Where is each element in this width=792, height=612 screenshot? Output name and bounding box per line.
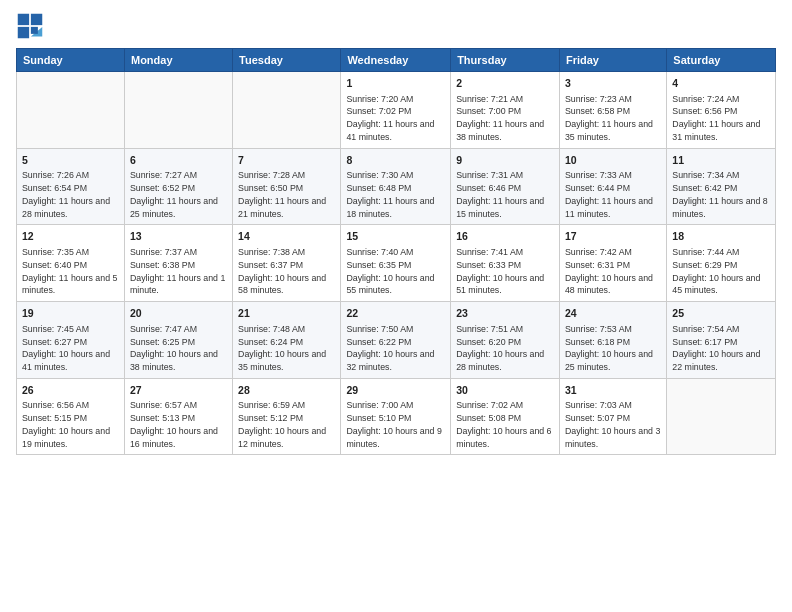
day-info: Sunrise: 6:57 AMSunset: 5:13 PMDaylight:…	[130, 399, 227, 450]
day-info: Sunrise: 7:53 AMSunset: 6:18 PMDaylight:…	[565, 323, 661, 374]
day-number: 29	[346, 383, 445, 398]
day-number: 22	[346, 306, 445, 321]
weekday-thursday: Thursday	[451, 49, 560, 72]
day-cell: 20Sunrise: 7:47 AMSunset: 6:25 PMDayligh…	[124, 302, 232, 379]
day-info: Sunrise: 7:02 AMSunset: 5:08 PMDaylight:…	[456, 399, 554, 450]
day-cell: 28Sunrise: 6:59 AMSunset: 5:12 PMDayligh…	[233, 378, 341, 455]
day-cell: 7Sunrise: 7:28 AMSunset: 6:50 PMDaylight…	[233, 148, 341, 225]
day-info: Sunrise: 7:50 AMSunset: 6:22 PMDaylight:…	[346, 323, 445, 374]
day-number: 2	[456, 76, 554, 91]
day-cell	[124, 72, 232, 149]
day-number: 9	[456, 153, 554, 168]
day-number: 21	[238, 306, 335, 321]
day-number: 6	[130, 153, 227, 168]
day-info: Sunrise: 7:44 AMSunset: 6:29 PMDaylight:…	[672, 246, 770, 297]
day-number: 8	[346, 153, 445, 168]
svg-rect-5	[31, 27, 38, 34]
day-info: Sunrise: 7:48 AMSunset: 6:24 PMDaylight:…	[238, 323, 335, 374]
day-cell: 15Sunrise: 7:40 AMSunset: 6:35 PMDayligh…	[341, 225, 451, 302]
day-info: Sunrise: 7:31 AMSunset: 6:46 PMDaylight:…	[456, 169, 554, 220]
weekday-wednesday: Wednesday	[341, 49, 451, 72]
day-info: Sunrise: 6:59 AMSunset: 5:12 PMDaylight:…	[238, 399, 335, 450]
day-info: Sunrise: 7:33 AMSunset: 6:44 PMDaylight:…	[565, 169, 661, 220]
day-info: Sunrise: 7:45 AMSunset: 6:27 PMDaylight:…	[22, 323, 119, 374]
day-info: Sunrise: 7:35 AMSunset: 6:40 PMDaylight:…	[22, 246, 119, 297]
day-cell: 30Sunrise: 7:02 AMSunset: 5:08 PMDayligh…	[451, 378, 560, 455]
day-cell: 4Sunrise: 7:24 AMSunset: 6:56 PMDaylight…	[667, 72, 776, 149]
day-info: Sunrise: 7:21 AMSunset: 7:00 PMDaylight:…	[456, 93, 554, 144]
day-cell	[667, 378, 776, 455]
day-cell: 9Sunrise: 7:31 AMSunset: 6:46 PMDaylight…	[451, 148, 560, 225]
day-cell: 19Sunrise: 7:45 AMSunset: 6:27 PMDayligh…	[17, 302, 125, 379]
day-number: 7	[238, 153, 335, 168]
calendar-body: 1Sunrise: 7:20 AMSunset: 7:02 PMDaylight…	[17, 72, 776, 455]
weekday-monday: Monday	[124, 49, 232, 72]
day-number: 31	[565, 383, 661, 398]
calendar: SundayMondayTuesdayWednesdayThursdayFrid…	[16, 48, 776, 455]
day-number: 15	[346, 229, 445, 244]
day-info: Sunrise: 7:37 AMSunset: 6:38 PMDaylight:…	[130, 246, 227, 297]
day-info: Sunrise: 7:47 AMSunset: 6:25 PMDaylight:…	[130, 323, 227, 374]
day-info: Sunrise: 7:51 AMSunset: 6:20 PMDaylight:…	[456, 323, 554, 374]
day-number: 1	[346, 76, 445, 91]
day-number: 3	[565, 76, 661, 91]
day-info: Sunrise: 7:00 AMSunset: 5:10 PMDaylight:…	[346, 399, 445, 450]
day-cell: 12Sunrise: 7:35 AMSunset: 6:40 PMDayligh…	[17, 225, 125, 302]
day-cell: 27Sunrise: 6:57 AMSunset: 5:13 PMDayligh…	[124, 378, 232, 455]
day-number: 16	[456, 229, 554, 244]
day-cell: 11Sunrise: 7:34 AMSunset: 6:42 PMDayligh…	[667, 148, 776, 225]
day-number: 14	[238, 229, 335, 244]
svg-rect-1	[18, 14, 29, 25]
day-cell: 29Sunrise: 7:00 AMSunset: 5:10 PMDayligh…	[341, 378, 451, 455]
day-number: 5	[22, 153, 119, 168]
day-info: Sunrise: 7:38 AMSunset: 6:37 PMDaylight:…	[238, 246, 335, 297]
day-info: Sunrise: 6:56 AMSunset: 5:15 PMDaylight:…	[22, 399, 119, 450]
weekday-friday: Friday	[559, 49, 666, 72]
day-info: Sunrise: 7:27 AMSunset: 6:52 PMDaylight:…	[130, 169, 227, 220]
day-cell: 5Sunrise: 7:26 AMSunset: 6:54 PMDaylight…	[17, 148, 125, 225]
day-info: Sunrise: 7:30 AMSunset: 6:48 PMDaylight:…	[346, 169, 445, 220]
day-cell: 16Sunrise: 7:41 AMSunset: 6:33 PMDayligh…	[451, 225, 560, 302]
day-cell: 10Sunrise: 7:33 AMSunset: 6:44 PMDayligh…	[559, 148, 666, 225]
day-cell	[17, 72, 125, 149]
day-info: Sunrise: 7:20 AMSunset: 7:02 PMDaylight:…	[346, 93, 445, 144]
day-number: 13	[130, 229, 227, 244]
day-number: 26	[22, 383, 119, 398]
week-row-3: 12Sunrise: 7:35 AMSunset: 6:40 PMDayligh…	[17, 225, 776, 302]
day-number: 25	[672, 306, 770, 321]
day-cell: 25Sunrise: 7:54 AMSunset: 6:17 PMDayligh…	[667, 302, 776, 379]
day-number: 28	[238, 383, 335, 398]
day-info: Sunrise: 7:34 AMSunset: 6:42 PMDaylight:…	[672, 169, 770, 220]
day-cell: 2Sunrise: 7:21 AMSunset: 7:00 PMDaylight…	[451, 72, 560, 149]
week-row-4: 19Sunrise: 7:45 AMSunset: 6:27 PMDayligh…	[17, 302, 776, 379]
day-info: Sunrise: 7:03 AMSunset: 5:07 PMDaylight:…	[565, 399, 661, 450]
day-cell: 22Sunrise: 7:50 AMSunset: 6:22 PMDayligh…	[341, 302, 451, 379]
day-cell	[233, 72, 341, 149]
day-info: Sunrise: 7:24 AMSunset: 6:56 PMDaylight:…	[672, 93, 770, 144]
logo-icon	[16, 12, 44, 40]
day-info: Sunrise: 7:41 AMSunset: 6:33 PMDaylight:…	[456, 246, 554, 297]
day-number: 18	[672, 229, 770, 244]
day-info: Sunrise: 7:23 AMSunset: 6:58 PMDaylight:…	[565, 93, 661, 144]
day-cell: 3Sunrise: 7:23 AMSunset: 6:58 PMDaylight…	[559, 72, 666, 149]
day-info: Sunrise: 7:40 AMSunset: 6:35 PMDaylight:…	[346, 246, 445, 297]
day-cell: 23Sunrise: 7:51 AMSunset: 6:20 PMDayligh…	[451, 302, 560, 379]
day-cell: 8Sunrise: 7:30 AMSunset: 6:48 PMDaylight…	[341, 148, 451, 225]
day-info: Sunrise: 7:26 AMSunset: 6:54 PMDaylight:…	[22, 169, 119, 220]
day-number: 23	[456, 306, 554, 321]
day-info: Sunrise: 7:42 AMSunset: 6:31 PMDaylight:…	[565, 246, 661, 297]
day-number: 27	[130, 383, 227, 398]
svg-rect-2	[31, 14, 42, 25]
day-cell: 6Sunrise: 7:27 AMSunset: 6:52 PMDaylight…	[124, 148, 232, 225]
day-cell: 1Sunrise: 7:20 AMSunset: 7:02 PMDaylight…	[341, 72, 451, 149]
day-number: 19	[22, 306, 119, 321]
day-number: 10	[565, 153, 661, 168]
week-row-2: 5Sunrise: 7:26 AMSunset: 6:54 PMDaylight…	[17, 148, 776, 225]
day-number: 12	[22, 229, 119, 244]
day-number: 20	[130, 306, 227, 321]
day-cell: 24Sunrise: 7:53 AMSunset: 6:18 PMDayligh…	[559, 302, 666, 379]
day-info: Sunrise: 7:28 AMSunset: 6:50 PMDaylight:…	[238, 169, 335, 220]
day-number: 11	[672, 153, 770, 168]
week-row-1: 1Sunrise: 7:20 AMSunset: 7:02 PMDaylight…	[17, 72, 776, 149]
day-cell: 21Sunrise: 7:48 AMSunset: 6:24 PMDayligh…	[233, 302, 341, 379]
